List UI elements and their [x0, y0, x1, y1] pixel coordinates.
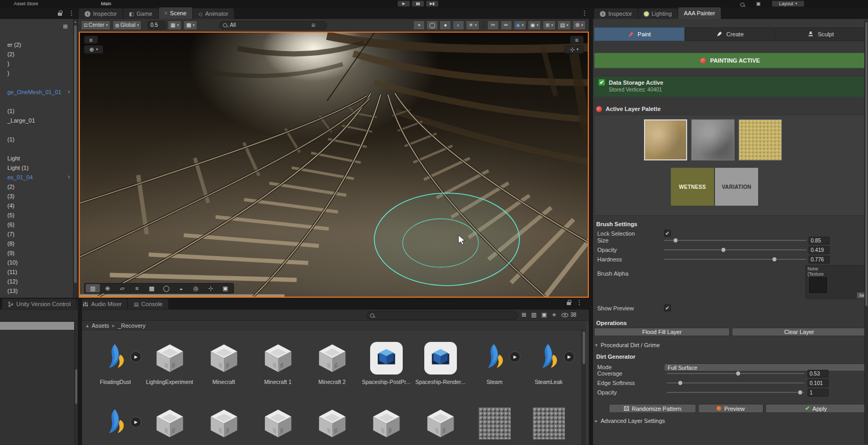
asset-item[interactable]: ▶: [413, 403, 467, 445]
asset-item[interactable]: ▶: [359, 403, 413, 445]
hierarchy-item[interactable]: Light ›: [0, 154, 73, 163]
hierarchy-item[interactable]: ›: [0, 125, 73, 135]
selected-folder-row[interactable]: [0, 322, 78, 330]
collapse-arrow-icon[interactable]: ▴: [86, 323, 89, 328]
asset-item[interactable]: ▶: [197, 403, 251, 445]
panel-divider[interactable]: [78, 298, 82, 445]
rock-layer-swatch[interactable]: [691, 119, 734, 160]
advanced-settings-foldout[interactable]: ▸ Advanced Layer Settings: [595, 418, 665, 424]
project-scrollbar[interactable]: [581, 330, 586, 445]
asset-item[interactable]: ▶: [467, 403, 522, 445]
mode-button[interactable]: Paint: [594, 27, 685, 41]
hierarchy-item[interactable]: (4) ›: [0, 201, 73, 210]
expand-subassets-button[interactable]: ▶: [509, 351, 520, 362]
annotation-icon[interactable]: ✏▾: [501, 21, 512, 30]
preview-button[interactable]: Preview: [698, 404, 763, 413]
prefab-arrow-icon[interactable]: ›: [68, 88, 70, 95]
paint-overlay-icon[interactable]: ◈▾: [514, 21, 526, 30]
layout-dropdown[interactable]: Layout▾: [772, 1, 804, 7]
scene-viewport[interactable]: ≡ ⊕▾ ≡ ⊹▾ ▥ ⊕ ▱ ≡ ▩ ◯ ◒ ◎ ⊹: [79, 32, 589, 298]
tab-version-control[interactable]: Unity Version Control: [2, 299, 76, 309]
project-search-field[interactable]: [366, 311, 518, 320]
snap-settings-icon[interactable]: ▩▾: [183, 21, 197, 30]
hierarchy-item[interactable]: (6) ›: [0, 220, 73, 229]
project-search-input[interactable]: [377, 313, 498, 319]
breadcrumb-current[interactable]: _Recovery: [118, 322, 146, 329]
asset-item[interactable]: ▶: [142, 403, 197, 445]
scroll-up-icon[interactable]: ▴: [74, 19, 77, 24]
hierarchy-item[interactable]: (2) ›: [0, 49, 73, 59]
expand-subassets-button[interactable]: ▶: [564, 351, 575, 362]
folder-scroll-thumb[interactable]: [75, 369, 77, 404]
hierarchy-scrollbar[interactable]: ▴: [73, 19, 77, 298]
gizmo-overlay-menu[interactable]: ≡: [570, 36, 584, 44]
variation-channel-button[interactable]: VARIATION: [715, 168, 758, 206]
brush-alpha-picker[interactable]: None(Texture Se: [805, 265, 867, 299]
apply-button[interactable]: ✔Apply: [765, 404, 866, 413]
hierarchy-scroll-thumb[interactable]: [74, 25, 77, 283]
slider-knob[interactable]: [798, 390, 803, 395]
hierarchy-item[interactable]: Light (1) ›: [0, 163, 73, 173]
hierarchy-item[interactable]: ) ›: [0, 59, 73, 68]
pivot-dropdown[interactable]: ⊡Center▾: [81, 21, 110, 30]
hierarchy-item[interactable]: (12) ›: [0, 277, 73, 286]
hierarchy-item[interactable]: (9) ›: [0, 248, 73, 258]
slider-knob[interactable]: [736, 371, 741, 376]
sphere-tool[interactable]: ◯: [159, 284, 173, 292]
tab-console[interactable]: ▤ Console: [128, 299, 168, 309]
dirt-layer-swatch[interactable]: [644, 119, 687, 160]
rect-tool[interactable]: ≡: [130, 284, 144, 292]
scene-camera-icon[interactable]: ⌖▾: [413, 21, 425, 30]
pause-button[interactable]: ▮▮: [412, 1, 424, 7]
scene-lighting-icon[interactable]: ◐▾: [453, 21, 464, 30]
painting-active-banner[interactable]: PAINTING ACTIVE: [594, 53, 866, 68]
hierarchy-item[interactable]: (11) ›: [0, 267, 73, 277]
tab-inspector[interactable]: iInspector: [79, 8, 122, 19]
slider-knob[interactable]: [772, 257, 777, 262]
scene-overlay-menu[interactable]: ≡: [84, 36, 98, 44]
slider-value-field[interactable]: 0.776: [809, 256, 830, 264]
prefab-arrow-icon[interactable]: ›: [68, 173, 70, 180]
tab-animator[interactable]: ◇Animator: [193, 8, 234, 19]
data-storage-checkbox[interactable]: ✔: [598, 79, 605, 86]
tab-game[interactable]: ◧Game: [123, 8, 158, 19]
asset-item[interactable]: ▶ Minecraft: [197, 338, 251, 403]
tab-lighting[interactable]: Lighting: [638, 8, 678, 19]
slider-value-field[interactable]: 0.85: [809, 237, 830, 245]
procedural-dirt-foldout[interactable]: ▾ Procedural Dirt / Grime: [595, 342, 660, 348]
slider-knob[interactable]: [673, 238, 678, 243]
breadcrumb-root[interactable]: Assets: [92, 322, 109, 329]
scene-search-input[interactable]: [230, 22, 309, 28]
hierarchy-item[interactable]: es_01_04 ›: [0, 173, 73, 182]
gizmos-icon[interactable]: ⊕▾: [573, 21, 586, 30]
slider-value-field[interactable]: 0.53: [808, 370, 829, 378]
slider-knob[interactable]: [721, 247, 726, 252]
randomize-pattern-button[interactable]: ⚄Randomize Pattern: [609, 404, 696, 413]
hierarchy-kebab-icon[interactable]: ⋮: [66, 9, 77, 17]
alert-icon[interactable]: ▣: [542, 311, 547, 318]
hierarchy-item[interactable]: (5) ›: [0, 210, 73, 220]
orientation-dropdown[interactable]: ◍Global▾: [113, 21, 141, 30]
folder-scrollbar[interactable]: [74, 321, 78, 445]
clear-layer-button[interactable]: Clear Layer: [732, 328, 866, 336]
asset-item[interactable]: ▶ Spaceship-Render...: [413, 338, 467, 403]
slider[interactable]: [663, 237, 806, 244]
layers-icon[interactable]: ≣▾: [543, 21, 556, 30]
expand-subassets-button[interactable]: ▶: [130, 351, 141, 362]
hierarchy-item[interactable]: ge_OneMesh_01_01 ›: [0, 87, 73, 97]
painter-scroll-thumb[interactable]: [865, 22, 867, 306]
flood-fill-button[interactable]: Flood Fill Layer: [594, 328, 730, 336]
tab-audio-mixer[interactable]: Audio Mixer: [77, 299, 127, 309]
note-tool[interactable]: ▣: [218, 284, 232, 292]
slider-value-field[interactable]: 0.101: [808, 379, 829, 387]
hierarchy-item[interactable]: (8) ›: [0, 239, 73, 248]
slider[interactable]: [663, 246, 806, 254]
painter-scrollbar[interactable]: [864, 20, 868, 444]
mode-button[interactable]: Create: [685, 27, 775, 41]
scale-tool[interactable]: ▱: [115, 284, 129, 292]
grid-settings-icon[interactable]: ▦▾: [168, 21, 181, 30]
hierarchy-item[interactable]: er (2) ›: [0, 40, 73, 49]
show-preview-checkbox[interactable]: ✔: [664, 305, 671, 311]
project-scroll-thumb[interactable]: [583, 331, 585, 364]
tab-aaa-painter[interactable]: AAA Painter: [678, 7, 721, 19]
